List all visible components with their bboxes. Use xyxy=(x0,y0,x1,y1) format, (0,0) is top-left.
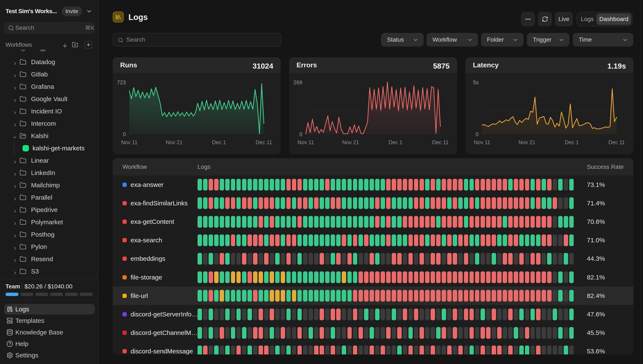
svg-text:0: 0 xyxy=(476,131,479,137)
svg-text:Dec 11: Dec 11 xyxy=(256,139,272,145)
svg-text:Nov 21: Nov 21 xyxy=(166,139,182,145)
svg-text:Dec 1: Dec 1 xyxy=(212,139,226,145)
svg-text:723: 723 xyxy=(117,80,126,85)
svg-text:Dec 1: Dec 1 xyxy=(565,139,579,145)
svg-text:Nov 21: Nov 21 xyxy=(342,139,359,145)
svg-text:Nov 11: Nov 11 xyxy=(121,139,137,145)
svg-text:0: 0 xyxy=(299,131,302,137)
svg-text:269: 269 xyxy=(293,80,302,85)
svg-text:Nov 11: Nov 11 xyxy=(474,139,490,145)
svg-text:Dec 11: Dec 11 xyxy=(432,139,449,145)
svg-text:5s: 5s xyxy=(473,80,479,85)
svg-text:Nov 21: Nov 21 xyxy=(518,139,535,145)
svg-text:Dec 1: Dec 1 xyxy=(388,139,402,145)
svg-text:Dec 11: Dec 11 xyxy=(608,139,625,145)
svg-text:0: 0 xyxy=(123,131,126,137)
svg-text:Nov 11: Nov 11 xyxy=(298,139,314,145)
